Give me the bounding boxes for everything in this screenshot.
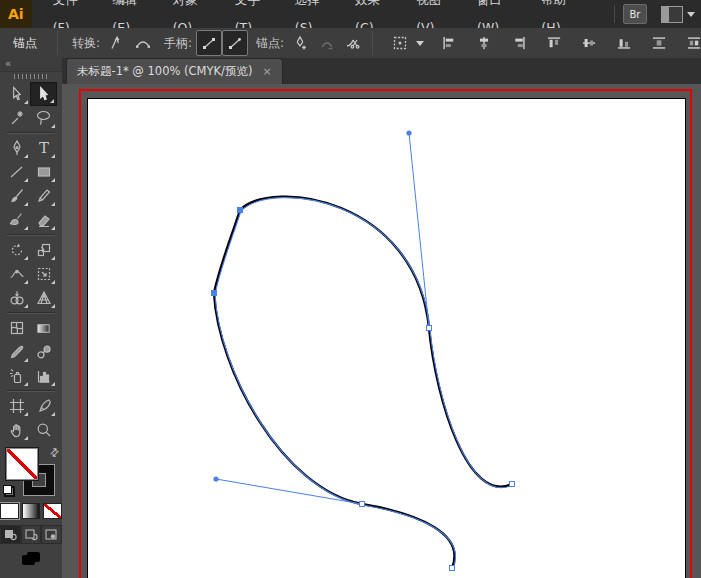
default-fill-stroke-icon[interactable] [3,485,15,497]
zoom-tool[interactable] [30,418,57,442]
type-tool[interactable]: T [30,136,57,160]
chevron-down-icon [687,12,695,17]
artboard-tool[interactable] [3,394,30,418]
magic-wand-tool[interactable] [3,106,30,130]
align-top-button[interactable] [541,30,567,56]
svg-text:T: T [38,140,48,156]
tool-group-divider [7,390,55,392]
document-tab-title: 未标题-1* @ 100% (CMYK/预览) [77,64,252,79]
tool-group-divider [7,312,55,314]
lasso-tool[interactable] [30,106,57,130]
convert-corner-button[interactable] [104,30,130,56]
gradient-button[interactable] [22,503,41,519]
control-groups: 转换:手柄:锚点: [64,30,366,56]
distribute-top-button[interactable] [646,30,672,56]
bridge-button[interactable]: Br [623,4,647,24]
chevron-down-icon [416,41,424,46]
divider [57,31,58,55]
pencil-tool[interactable] [30,184,57,208]
anchor-control-bar: 锚点 转换:手柄:锚点: [0,28,701,59]
menubar-right: Br [606,4,701,24]
color-mode-row [0,503,62,519]
control-label: 锚点: [256,35,284,52]
rotate-tool[interactable] [3,238,30,262]
align-v-center-button[interactable] [576,30,602,56]
menu-bar: Ai 文件(F)编辑(E)对象(O)文字(T)选择(S)效果(C)视图(V)窗口… [0,0,701,29]
rectangle-tool[interactable] [30,160,57,184]
document-tab-bar: 未标题-1* @ 100% (CMYK/预览) × [62,58,701,85]
workspace-icon [661,6,683,23]
panel-drag-grip[interactable] [0,72,62,81]
selection-tool[interactable] [3,82,30,106]
convert-smooth-button[interactable] [130,30,156,56]
add-anchor-button[interactable] [288,30,314,56]
free-transform-tool[interactable] [30,262,57,286]
drawing-mode-row [0,525,62,544]
panel-title: 锚点 [13,35,37,52]
screen-mode-icon [21,551,41,567]
remove-anchor-button[interactable] [314,30,340,56]
direct-selection-tool[interactable] [30,82,57,106]
paintbrush-tool[interactable] [3,184,30,208]
align-left-button[interactable] [436,30,462,56]
cut-path-button[interactable] [340,30,366,56]
blend-tool[interactable] [30,340,57,364]
shape-builder-tool[interactable] [3,286,30,310]
tool-grid: T [3,82,59,442]
align-buttons [436,30,701,56]
align-right-button[interactable] [506,30,532,56]
fill-stroke-block: ⇄ [0,445,62,499]
eyedropper-tool[interactable] [3,340,30,364]
isolate-selection-button[interactable] [387,30,424,56]
fill-swatch-none[interactable] [5,447,39,481]
tool-group-divider [7,132,55,134]
hand-tool[interactable] [3,418,30,442]
blob-brush-tool[interactable] [3,208,30,232]
illustrator-window: Ai 文件(F)编辑(E)对象(O)文字(T)选择(S)效果(C)视图(V)窗口… [0,0,701,578]
isolate-icon [387,30,413,56]
artboard[interactable] [87,98,686,578]
draw-behind-button[interactable] [21,525,42,544]
align-h-center-button[interactable] [471,30,497,56]
column-graph-tool[interactable] [30,364,57,388]
collapse-panel-button[interactable]: « [0,58,62,72]
draw-normal-button[interactable] [0,525,21,544]
handles-show-button[interactable] [196,30,222,56]
close-tab-icon[interactable]: × [262,65,271,78]
mesh-tool[interactable] [3,316,30,340]
swap-fill-stroke-icon[interactable]: ⇄ [47,445,63,461]
document-tab[interactable]: 未标题-1* @ 100% (CMYK/预览) × [66,58,283,84]
tools-panel: « T ⇄ [0,58,63,578]
width-tool[interactable] [3,262,30,286]
eraser-tool[interactable] [30,208,57,232]
handles-hide-button[interactable] [222,30,248,56]
control-label: 转换: [72,35,100,52]
canvas-area[interactable] [62,84,701,578]
control-label: 手柄: [164,35,192,52]
screen-mode-button[interactable] [0,551,62,567]
slice-tool[interactable] [30,394,57,418]
perspective-grid-tool[interactable] [30,286,57,310]
color-button[interactable] [0,503,19,519]
scale-tool[interactable] [30,238,57,262]
none-button[interactable] [43,503,62,519]
pen-tool[interactable] [3,136,30,160]
menubar-divider [614,5,615,23]
distribute-v-center-button[interactable] [681,30,701,56]
divider [372,31,373,55]
app-logo: Ai [0,0,32,28]
gradient-tool[interactable] [30,316,57,340]
align-bottom-button[interactable] [611,30,637,56]
symbol-sprayer-tool[interactable] [3,364,30,388]
tool-group-divider [7,234,55,236]
workspace-switcher-button[interactable] [661,6,695,23]
draw-inside-button[interactable] [41,525,62,544]
line-segment-tool[interactable] [3,160,30,184]
